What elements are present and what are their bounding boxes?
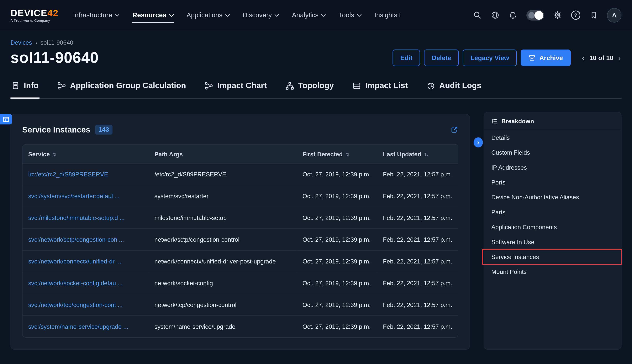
nav-item-insights[interactable]: Insights+ [374, 8, 401, 22]
top-navigation: DEVICE42 A Freshworks Company Infrastruc… [0, 0, 632, 30]
sidebar-item-ip-addresses[interactable]: IP Addresses [484, 160, 621, 175]
device42-logo[interactable]: DEVICE42 A Freshworks Company [11, 8, 58, 22]
breadcrumb: Devices › sol11-90640 [11, 39, 621, 46]
tab-bar: Info Application Group Calculation Impac… [11, 81, 621, 98]
chevron-down-icon [225, 14, 230, 17]
tree-list-icon [491, 118, 498, 124]
page-title: sol11-90640 [11, 49, 99, 66]
sidebar-item-mount-points[interactable]: Mount Points [484, 264, 621, 279]
tab-impact-list[interactable]: Impact List [351, 81, 408, 98]
theme-toggle[interactable] [526, 10, 544, 20]
chevron-down-icon [357, 14, 361, 17]
sidebar-item-custom-fields[interactable]: Custom Fields [484, 145, 621, 160]
sitemap-icon [285, 81, 294, 90]
edit-button[interactable]: Edit [392, 50, 420, 66]
nav-item-applications[interactable]: Applications [187, 8, 230, 22]
chevron-down-icon [115, 14, 120, 17]
sidebar-item-application-components[interactable]: Application Components [484, 220, 621, 234]
sidebar-item-device-non-authoritative-aliases[interactable]: Device Non-Authoritative Aliases [484, 190, 621, 204]
service-link[interactable]: svc:/network/connectx/unified-dr ... [28, 258, 121, 265]
tab-audit-logs[interactable]: Audit Logs [425, 81, 482, 98]
table-row: svc:/network/tcp/congestion-cont ... net… [23, 294, 458, 316]
nav-item-resources[interactable]: Resources [132, 8, 174, 22]
service-link[interactable]: svc:/network/tcp/congestion-cont ... [28, 302, 123, 308]
user-avatar[interactable]: A [607, 8, 621, 22]
column-header-first-detected[interactable]: First Detected⇅ [297, 145, 377, 163]
service-instances-table: Service⇅ Path Args First Detected⇅ Last … [22, 144, 458, 338]
share-network-icon [204, 81, 213, 90]
title-bar: sol11-90640 Edit Delete Legacy View Arch… [11, 49, 621, 66]
content-area: Service Instances 143 Service⇅ Path Args… [0, 98, 632, 350]
brand-tagline: A Freshworks Company [11, 18, 58, 22]
moon-icon [528, 12, 535, 18]
table-row: svc:/system/svc/restarter:defaul ... sys… [23, 185, 458, 207]
service-link[interactable]: svc:/system/name-service/upgrade ... [28, 323, 128, 330]
breadcrumb-devices-link[interactable]: Devices [11, 39, 32, 46]
sidebar-item-service-instances[interactable]: Service Instances [484, 250, 621, 264]
service-link[interactable]: svc:/network/sctp/congestion-con ... [28, 236, 124, 243]
next-record-chevron[interactable]: › [617, 54, 621, 62]
service-instances-panel: Service Instances 143 Service⇅ Path Args… [11, 114, 470, 350]
record-pager: ‹ 10 of 10 › [581, 54, 621, 62]
breadcrumb-separator: › [35, 39, 37, 46]
prev-record-chevron[interactable]: ‹ [581, 54, 586, 62]
table-row: svc:/network/connectx/unified-dr ... net… [23, 250, 458, 272]
service-link[interactable]: svc:/system/svc/restarter:defaul ... [28, 192, 120, 200]
table-row: lrc:/etc/rc2_d/S89PRESERVE /etc/rc2_d/S8… [23, 163, 458, 185]
table-row: svc:/network/socket-config:defau ... net… [23, 272, 458, 294]
breakdown-header: Breakdown [484, 112, 621, 130]
panel-title: Service Instances [22, 125, 90, 134]
sort-icon: ⇅ [424, 152, 428, 157]
column-header-path-args: Path Args [149, 145, 297, 163]
delete-button[interactable]: Delete [424, 50, 459, 66]
count-badge: 143 [95, 125, 112, 134]
tab-application-group-calculation[interactable]: Application Group Calculation [56, 81, 187, 98]
nav-item-tools[interactable]: Tools [339, 8, 361, 22]
breadcrumb-current: sol11-90640 [41, 39, 73, 46]
bookmark-icon[interactable] [590, 11, 598, 19]
nav-utilities: A [473, 8, 621, 22]
nav-item-analytics[interactable]: Analytics [292, 8, 326, 22]
service-link[interactable]: svc:/milestone/immutable-setup:d ... [28, 214, 125, 221]
gear-icon[interactable] [553, 11, 562, 19]
side-panel-toggle[interactable] [0, 114, 12, 124]
legacy-view-button[interactable]: Legacy View [463, 50, 517, 66]
nav-item-discovery[interactable]: Discovery [243, 8, 279, 22]
list-icon [352, 81, 361, 90]
panel-header: Service Instances 143 [11, 114, 469, 144]
sidebar-item-details[interactable]: Details [484, 130, 621, 145]
bell-icon[interactable] [509, 11, 517, 19]
archive-button[interactable]: Archive [521, 50, 571, 66]
search-icon[interactable] [473, 11, 482, 19]
sidebar-item-ports[interactable]: Ports [484, 175, 621, 190]
pager-count: 10 of 10 [589, 54, 613, 62]
sidebar-item-software-in-use[interactable]: Software In Use [484, 234, 621, 249]
tab-impact-chart[interactable]: Impact Chart [204, 81, 267, 98]
table-header-row: Service⇅ Path Args First Detected⇅ Last … [23, 145, 458, 163]
device42-app: DEVICE42 A Freshworks Company Infrastruc… [0, 0, 632, 364]
breakdown-panel: Breakdown Details Custom Fields IP Addre… [484, 112, 621, 350]
sort-icon: ⇅ [53, 152, 57, 157]
tab-topology[interactable]: Topology [284, 81, 334, 98]
open-in-new-icon[interactable] [450, 126, 458, 134]
expand-breakdown-chevron[interactable]: › [472, 136, 484, 149]
archive-icon [528, 54, 536, 62]
history-icon [426, 81, 435, 90]
service-link[interactable]: svc:/network/socket-config:defau ... [28, 280, 123, 286]
table-grid-icon [3, 116, 9, 122]
chevron-down-icon [321, 14, 326, 17]
help-icon[interactable] [571, 10, 580, 20]
sidebar-item-parts[interactable]: Parts [484, 205, 621, 220]
page-actions: Edit Delete Legacy View Archive ‹ 10 of … [392, 50, 621, 66]
table-row: svc:/network/sctp/congestion-con ... net… [23, 228, 458, 250]
globe-icon[interactable] [491, 11, 499, 19]
tab-info[interactable]: Info [11, 81, 39, 98]
column-header-service[interactable]: Service⇅ [23, 145, 149, 163]
chevron-down-icon [275, 14, 279, 17]
share-network-icon [57, 81, 66, 90]
service-link[interactable]: lrc:/etc/rc2_d/S89PRESERVE [28, 171, 108, 178]
column-header-last-updated[interactable]: Last Updated⇅ [377, 145, 458, 163]
sort-icon: ⇅ [346, 152, 350, 157]
document-icon [11, 82, 20, 90]
nav-item-infrastructure[interactable]: Infrastructure [73, 8, 120, 22]
